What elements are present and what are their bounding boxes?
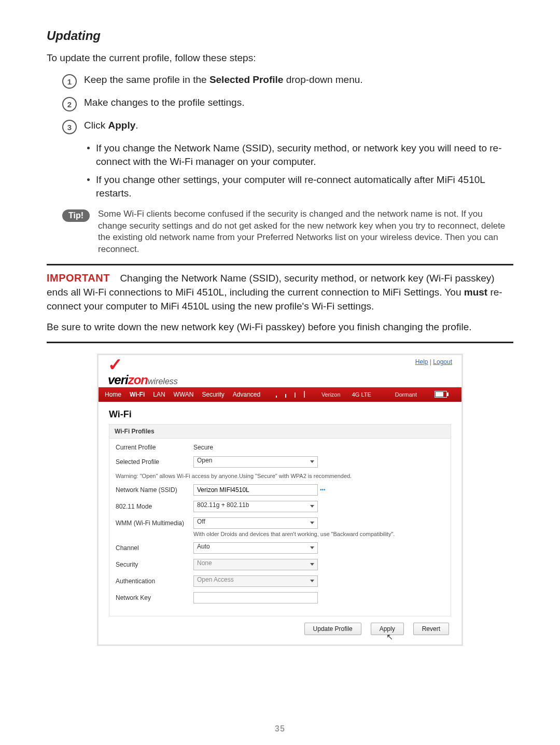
step3-a: Click — [84, 120, 108, 131]
status-carrier: Verizon — [321, 391, 341, 398]
bullet2-text: If you change other settings, your compu… — [96, 173, 513, 200]
step1-c: drop-down menu. — [283, 74, 362, 85]
bullet-list: If you change the Network Name (SSID), s… — [87, 142, 513, 200]
value-current-profile: Secure — [193, 444, 213, 451]
status-area: Verizon 4G LTE Dormant — [276, 387, 455, 402]
bullet1-text: If you change the Network Name (SSID), s… — [96, 142, 513, 168]
tip-row: Tip! Some Wi-Fi clients become confused … — [62, 208, 513, 256]
step2-text: Make changes to the profile settings. — [84, 96, 244, 109]
nav-security[interactable]: Security — [202, 391, 224, 398]
button-row: Update Profile Apply ↖ Revert — [109, 616, 451, 635]
chevron-down-icon — [310, 563, 314, 566]
tip-badge: Tip! — [62, 209, 90, 222]
signal-icon — [276, 391, 313, 398]
network-key-input[interactable] — [193, 592, 318, 603]
revert-button[interactable]: Revert — [413, 623, 449, 635]
auth-dropdown[interactable]: Open Access — [193, 575, 318, 587]
logout-link[interactable]: Logout — [433, 358, 452, 366]
channel-dropdown[interactable]: Auto — [193, 542, 318, 554]
security-dropdown[interactable]: None — [193, 559, 318, 570]
bullet-dot — [87, 147, 90, 149]
chevron-down-icon — [310, 505, 314, 508]
step1-b: Selected Profile — [209, 74, 284, 85]
label-mode: 802.11 Mode — [116, 503, 193, 510]
chevron-down-icon — [310, 460, 314, 463]
tip-text: Some Wi-Fi clients become confused if th… — [98, 208, 513, 256]
cursor-icon: ↖ — [386, 632, 393, 642]
embedded-ui-screenshot: Help | Logout ✓ verizonwireless Home Wi-… — [97, 354, 463, 646]
step3-b: Apply — [108, 120, 135, 131]
step-1: 1 Keep the same profile in the Selected … — [62, 73, 513, 89]
step-badge-2: 2 — [62, 97, 77, 111]
ui-navbar: Home Wi-Fi LAN WWAN Security Advanced Ve… — [99, 387, 461, 402]
wifi-profiles-panel: Wi-Fi Profiles Current ProfileSecure Sel… — [109, 424, 451, 616]
ssid-input[interactable] — [193, 484, 318, 496]
wmm-dropdown[interactable]: Off — [193, 517, 318, 529]
bullet-1: If you change the Network Name (SSID), s… — [87, 142, 513, 168]
chevron-down-icon — [310, 522, 314, 524]
nav-wifi[interactable]: Wi-Fi — [130, 391, 145, 398]
label-current-profile: Current Profile — [116, 444, 193, 451]
important-block: IMPORTANT Changing the Network Name (SSI… — [47, 264, 513, 343]
step3-c: . — [135, 120, 138, 131]
step-badge-3: 3 — [62, 120, 77, 134]
page-number: 35 — [0, 724, 560, 734]
selected-profile-dropdown[interactable]: Open — [193, 456, 318, 468]
bullet-2: If you change other settings, your compu… — [87, 173, 513, 200]
status-state: Dormant — [395, 391, 417, 398]
logo-wireless: wireless — [148, 377, 178, 386]
important-p1b: must — [464, 287, 487, 298]
important-label: IMPORTANT — [47, 272, 110, 284]
step-list: 1 Keep the same profile in the Selected … — [62, 73, 513, 134]
wmm-hint: With older Droids and devices that aren'… — [193, 531, 444, 537]
label-channel: Channel — [116, 544, 193, 552]
nav-advanced[interactable]: Advanced — [233, 391, 260, 398]
chevron-down-icon — [310, 580, 314, 582]
label-security: Security — [116, 561, 193, 568]
step-2: 2 Make changes to the profile settings. — [62, 96, 513, 111]
link-separator: | — [430, 358, 431, 366]
update-profile-button[interactable]: Update Profile — [304, 623, 361, 635]
chevron-down-icon — [310, 546, 314, 549]
ui-header: Help | Logout ✓ verizonwireless — [99, 355, 461, 387]
nav-wwan[interactable]: WWAN — [174, 391, 194, 398]
step1-a: Keep the same profile in the — [84, 74, 209, 85]
step-3: 3 Click Apply. — [62, 119, 513, 134]
open-profile-warning: Warning: "Open" allows Wi-Fi access by a… — [116, 473, 444, 479]
mode-dropdown[interactable]: 802.11g + 802.11b — [193, 501, 318, 512]
intro-text: To update the current profile, follow th… — [47, 52, 513, 64]
status-tech: 4G LTE — [352, 391, 371, 398]
header-links: Help | Logout — [415, 358, 452, 366]
label-auth: Authentication — [116, 578, 193, 585]
battery-icon — [435, 391, 447, 398]
label-ssid: Network Name (SSID) — [116, 486, 193, 494]
logo-check-icon: ✓ — [108, 355, 122, 374]
ssid-hint-icon: ••• — [320, 487, 326, 493]
section-heading: Updating — [47, 29, 513, 43]
nav-lan[interactable]: LAN — [153, 391, 165, 398]
ui-page-title: Wi-Fi — [109, 409, 451, 420]
panel-title: Wi-Fi Profiles — [109, 425, 451, 439]
label-selected-profile: Selected Profile — [116, 458, 193, 466]
step-badge-1: 1 — [62, 74, 77, 89]
nav-home[interactable]: Home — [105, 391, 121, 398]
important-p2: Be sure to write down the new network ke… — [47, 320, 513, 334]
label-wmm: WMM (Wi-Fi Multimedia) — [116, 519, 193, 527]
label-netkey: Network Key — [116, 594, 193, 601]
ui-body: Wi-Fi Wi-Fi Profiles Current ProfileSecu… — [99, 402, 461, 644]
verizon-logo: ✓ verizonwireless — [108, 359, 178, 387]
bullet-dot — [87, 178, 90, 181]
help-link[interactable]: Help — [415, 358, 428, 366]
